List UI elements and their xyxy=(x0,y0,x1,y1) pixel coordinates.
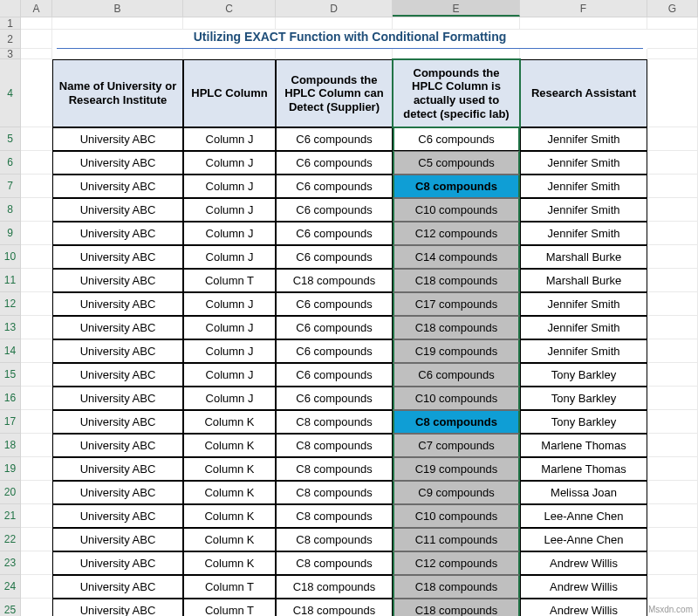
row-header-15[interactable]: 15 xyxy=(0,363,20,387)
cell-B9[interactable]: University ABC xyxy=(52,222,183,245)
row-header-10[interactable]: 10 xyxy=(0,245,20,269)
cell-G2[interactable] xyxy=(647,30,698,49)
cell-G5[interactable] xyxy=(647,127,698,151)
cell-E16[interactable]: C10 compounds xyxy=(393,387,520,410)
cell-A4[interactable] xyxy=(21,59,52,127)
row-header-1[interactable]: 1 xyxy=(0,17,20,30)
cell-E18[interactable]: C7 compounds xyxy=(393,434,520,457)
cell-C5[interactable]: Column J xyxy=(183,127,276,151)
cell-G3[interactable] xyxy=(647,49,698,59)
cell-D12[interactable]: C6 compounds xyxy=(276,292,393,316)
row-header-19[interactable]: 19 xyxy=(0,457,20,481)
cell-F14[interactable]: Jennifer Smith xyxy=(520,339,647,363)
cell-E19[interactable]: C19 compounds xyxy=(393,457,520,481)
cell-D19[interactable]: C8 compounds xyxy=(276,457,393,481)
cell-A9[interactable] xyxy=(21,222,52,245)
cell-A1[interactable] xyxy=(21,17,52,30)
cell-D15[interactable]: C6 compounds xyxy=(276,363,393,387)
cell-B20[interactable]: University ABC xyxy=(52,481,183,504)
row-header-9[interactable]: 9 xyxy=(0,222,20,245)
header-hplc-column[interactable]: HPLC Column xyxy=(183,59,276,127)
cell-E9[interactable]: C12 compounds xyxy=(393,222,520,245)
cell-F7[interactable]: Jennifer Smith xyxy=(520,175,647,198)
cell-E8[interactable]: C10 compounds xyxy=(393,198,520,222)
cell-D8[interactable]: C6 compounds xyxy=(276,198,393,222)
cell-A23[interactable] xyxy=(21,551,52,575)
cell-G6[interactable] xyxy=(647,151,698,175)
cell-G19[interactable] xyxy=(647,457,698,481)
cell-E15[interactable]: C6 compounds xyxy=(393,363,520,387)
cell-F22[interactable]: Lee-Anne Chen xyxy=(520,528,647,551)
cell-G4[interactable] xyxy=(647,59,698,127)
cell-D16[interactable]: C6 compounds xyxy=(276,387,393,410)
cell-C16[interactable]: Column J xyxy=(183,387,276,410)
cell-A20[interactable] xyxy=(21,481,52,504)
cell-B15[interactable]: University ABC xyxy=(52,363,183,387)
row-header-17[interactable]: 17 xyxy=(0,410,20,434)
row-header-11[interactable]: 11 xyxy=(0,269,20,292)
cell-B12[interactable]: University ABC xyxy=(52,292,183,316)
cell-D11[interactable]: C18 compounds xyxy=(276,269,393,292)
cell-E12[interactable]: C17 compounds xyxy=(393,292,520,316)
cell-G22[interactable] xyxy=(647,528,698,551)
cell-B24[interactable]: University ABC xyxy=(52,575,183,599)
cell-D6[interactable]: C6 compounds xyxy=(276,151,393,175)
cell-A2[interactable] xyxy=(21,30,52,49)
cell-G10[interactable] xyxy=(647,245,698,269)
cell-C19[interactable]: Column K xyxy=(183,457,276,481)
row-header-7[interactable]: 7 xyxy=(0,175,20,198)
cell-D3[interactable] xyxy=(276,49,393,59)
cell-B17[interactable]: University ABC xyxy=(52,410,183,434)
cell-B7[interactable]: University ABC xyxy=(52,175,183,198)
row-header-3[interactable]: 3 xyxy=(0,49,20,59)
cell-E22[interactable]: C11 compounds xyxy=(393,528,520,551)
cell-F12[interactable]: Jennifer Smith xyxy=(520,292,647,316)
cell-D20[interactable]: C8 compounds xyxy=(276,481,393,504)
cell-C24[interactable]: Column T xyxy=(183,575,276,599)
header-compounds-supplier[interactable]: Compounds the HPLC Column can Detect (Su… xyxy=(276,59,393,127)
cell-A12[interactable] xyxy=(21,292,52,316)
cell-B10[interactable]: University ABC xyxy=(52,245,183,269)
cell-D13[interactable]: C6 compounds xyxy=(276,316,393,339)
cell-D21[interactable]: C8 compounds xyxy=(276,504,393,528)
cell-A15[interactable] xyxy=(21,363,52,387)
cell-E3[interactable] xyxy=(393,49,520,59)
cell-D14[interactable]: C6 compounds xyxy=(276,339,393,363)
cell-B23[interactable]: University ABC xyxy=(52,551,183,575)
cell-E20[interactable]: C9 compounds xyxy=(393,481,520,504)
cell-D25[interactable]: C18 compounds xyxy=(276,599,393,616)
cell-F9[interactable]: Jennifer Smith xyxy=(520,222,647,245)
col-header-B[interactable]: B xyxy=(52,0,183,17)
cell-D5[interactable]: C6 compounds xyxy=(276,127,393,151)
cell-G23[interactable] xyxy=(647,551,698,575)
cell-F3[interactable] xyxy=(520,49,647,59)
row-header-12[interactable]: 12 xyxy=(0,292,20,316)
cell-B8[interactable]: University ABC xyxy=(52,198,183,222)
cell-F18[interactable]: Marlene Thomas xyxy=(520,434,647,457)
cell-D22[interactable]: C8 compounds xyxy=(276,528,393,551)
cell-G17[interactable] xyxy=(647,410,698,434)
cell-A5[interactable] xyxy=(21,127,52,151)
cell-G13[interactable] xyxy=(647,316,698,339)
col-header-F[interactable]: F xyxy=(520,0,647,17)
select-all-corner[interactable] xyxy=(0,0,21,17)
cell-C25[interactable]: Column T xyxy=(183,599,276,616)
cell-A19[interactable] xyxy=(21,457,52,481)
cell-C23[interactable]: Column K xyxy=(183,551,276,575)
cell-C7[interactable]: Column J xyxy=(183,175,276,198)
cell-E1[interactable] xyxy=(393,17,520,30)
cell-D18[interactable]: C8 compounds xyxy=(276,434,393,457)
cell-C12[interactable]: Column J xyxy=(183,292,276,316)
cell-E7[interactable]: C8 compounds xyxy=(393,175,520,198)
row-header-4[interactable]: 4 xyxy=(0,59,20,127)
cell-C15[interactable]: Column J xyxy=(183,363,276,387)
cell-F11[interactable]: Marshall Burke xyxy=(520,269,647,292)
row-header-20[interactable]: 20 xyxy=(0,481,20,504)
cell-F23[interactable]: Andrew Willis xyxy=(520,551,647,575)
row-header-18[interactable]: 18 xyxy=(0,434,20,457)
cell-C3[interactable] xyxy=(183,49,276,59)
header-research-assistant[interactable]: Research Assistant xyxy=(520,59,647,127)
row-header-24[interactable]: 24 xyxy=(0,575,20,599)
row-header-22[interactable]: 22 xyxy=(0,528,20,551)
cell-A8[interactable] xyxy=(21,198,52,222)
